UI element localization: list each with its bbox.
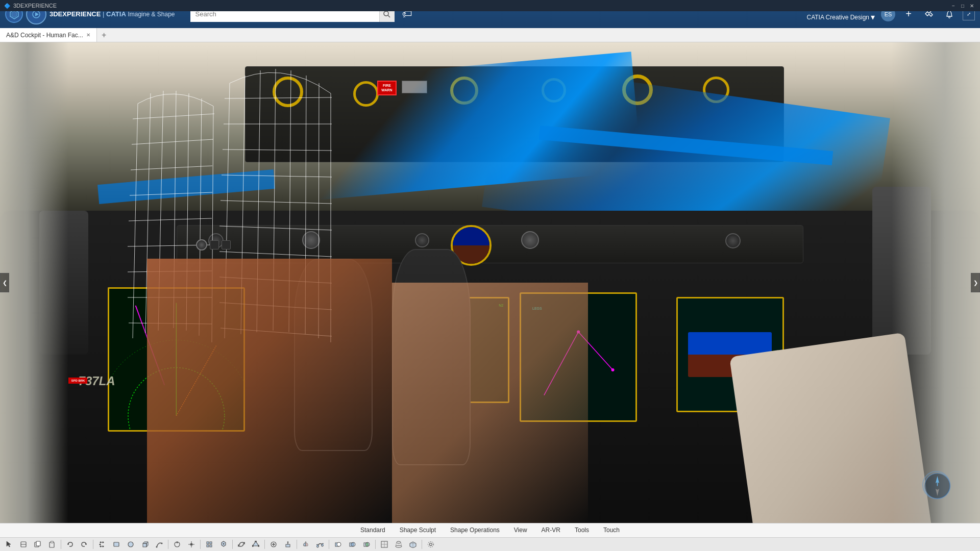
circle-icon [127, 541, 134, 548]
tool-rotate[interactable] [235, 539, 248, 550]
svg-rect-93 [286, 544, 290, 547]
tool-circle[interactable] [124, 539, 137, 550]
svg-rect-64 [143, 543, 146, 547]
svg-point-83 [223, 543, 225, 544]
add-point-icon [270, 541, 277, 548]
tool-hex-grid[interactable] [217, 539, 230, 550]
minimize-button[interactable]: − [949, 2, 958, 10]
svg-point-2 [384, 11, 388, 16]
svg-marker-61 [99, 543, 101, 545]
svg-point-69 [161, 542, 163, 544]
tool-extrude[interactable] [281, 539, 295, 550]
tool-subdivide[interactable] [378, 539, 391, 550]
tool-box[interactable] [138, 539, 152, 550]
workspace-dropdown-icon[interactable]: ▾ [871, 12, 875, 22]
tool-boolean-intersect[interactable] [360, 539, 373, 550]
tab-label: A&D Cockpit - Human Fac... [6, 32, 83, 39]
svg-rect-79 [210, 542, 212, 544]
tab-view[interactable]: View [507, 524, 534, 536]
tool-settings[interactable] [424, 539, 437, 550]
separator: | [103, 10, 106, 18]
right-nav-arrow[interactable]: ❯ [971, 273, 980, 292]
tool-undo[interactable] [63, 539, 77, 550]
svg-point-112 [397, 541, 401, 543]
brand-name: 3DEXPERIENCE [50, 10, 101, 18]
tab-ar-vr[interactable]: AR-VR [535, 524, 567, 536]
svg-point-13 [611, 368, 614, 371]
tool-boolean-subtract[interactable] [331, 539, 345, 550]
redo-icon [81, 541, 88, 548]
boolean-subtract-icon [334, 541, 341, 548]
tab-standard[interactable]: Standard [354, 524, 392, 536]
tab-close-button[interactable]: ✕ [86, 32, 90, 38]
tab-standard-label: Standard [360, 527, 385, 534]
svg-rect-78 [207, 542, 209, 544]
tab-shape-operations[interactable]: Shape Operations [444, 524, 506, 536]
grid-icon [206, 541, 213, 548]
loft-icon [395, 541, 402, 548]
titlebar-title: 3DEXPERIENCE [13, 3, 57, 9]
close-button[interactable]: ✕ [968, 2, 976, 10]
extrude-icon [284, 541, 291, 548]
search-icon [383, 11, 390, 18]
svg-point-113 [396, 545, 402, 547]
maximize-button[interactable]: □ [959, 2, 967, 10]
separator-5 [232, 540, 233, 549]
tool-loft[interactable] [392, 539, 405, 550]
tab-view-label: View [514, 527, 527, 534]
tool-vertex[interactable] [249, 539, 262, 550]
menu-tab-bar: Standard Shape Sculpt Shape Operations V… [0, 523, 980, 538]
plane-icon [409, 541, 416, 548]
tool-point[interactable] [185, 539, 198, 550]
svg-marker-1 [35, 12, 39, 16]
tool-curve[interactable] [153, 539, 166, 550]
add-tab-button[interactable]: + [97, 28, 111, 42]
knob-5 [725, 233, 741, 248]
left-nav-arrow[interactable]: ❮ [0, 273, 9, 292]
tab-tools[interactable]: Tools [568, 524, 596, 536]
sculpt-push-icon [174, 541, 181, 548]
tab-touch[interactable]: Touch [597, 524, 626, 536]
tab-touch-label: Touch [603, 527, 620, 534]
main-viewport: FIRE WARN QUALIFIED FOR EXT. OVERWATER O… [0, 42, 980, 523]
main-tab[interactable]: A&D Cockpit - Human Fac... ✕ [0, 28, 97, 42]
titlebar: 🔷 3DEXPERIENCE − □ ✕ [0, 0, 980, 11]
tool-paste[interactable] [45, 539, 59, 550]
module-name: Imagine & Shape [128, 11, 175, 18]
separator-1 [61, 540, 61, 549]
separator-6 [264, 540, 265, 549]
tool-add-point[interactable] [267, 539, 280, 550]
tool-rectangle[interactable] [110, 539, 123, 550]
compass-svg [923, 472, 951, 500]
right-panel [892, 42, 980, 523]
tab-shape-sculpt[interactable]: Shape Sculpt [393, 524, 443, 536]
tool-plane[interactable] [406, 539, 420, 550]
tool-cut[interactable] [17, 539, 30, 550]
svg-point-119 [430, 543, 432, 545]
window-controls: − □ ✕ [949, 2, 976, 10]
tool-boolean-union[interactable] [346, 539, 359, 550]
tool-redo[interactable] [78, 539, 91, 550]
tool-mirror[interactable] [299, 539, 312, 550]
svg-marker-50 [7, 541, 11, 547]
bottom-toolbar: Standard Shape Sculpt Shape Operations V… [0, 523, 980, 551]
mirror-icon [302, 541, 309, 548]
tool-select[interactable] [3, 539, 16, 550]
tool-sweep[interactable] [313, 539, 327, 550]
tool-grid[interactable] [203, 539, 216, 550]
cockpit-scene: FIRE WARN QUALIFIED FOR EXT. OVERWATER O… [0, 42, 980, 523]
tool-move[interactable] [95, 539, 109, 550]
knob-4 [521, 231, 539, 249]
point-icon [188, 541, 195, 548]
vertex-icon [252, 541, 259, 548]
paste-icon [48, 541, 56, 548]
switch-1 [210, 240, 219, 249]
knob-3 [415, 233, 429, 247]
svg-point-63 [128, 542, 133, 547]
tool-copy[interactable] [31, 539, 44, 550]
tool-sculpt-push[interactable] [170, 539, 184, 550]
speedbrake-indicator: SPD BRK [68, 378, 87, 384]
svg-point-68 [156, 546, 158, 547]
svg-rect-62 [114, 542, 119, 546]
rectangle-icon [113, 541, 120, 548]
